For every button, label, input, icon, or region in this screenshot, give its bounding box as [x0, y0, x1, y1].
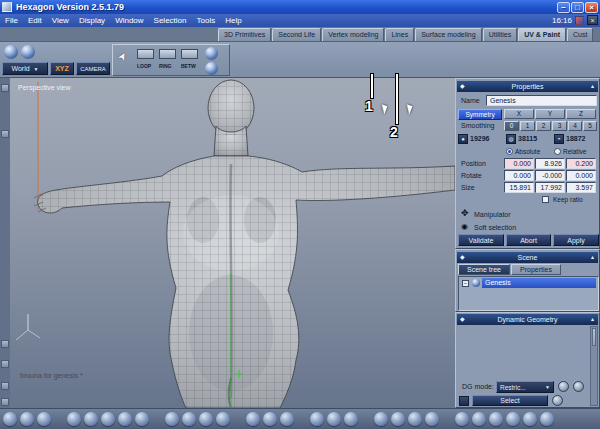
- position-z-field[interactable]: 0.200: [566, 158, 596, 169]
- select-knob-icon[interactable]: [552, 395, 563, 406]
- position-x-field[interactable]: 0.000: [504, 158, 534, 169]
- select-button[interactable]: Select: [472, 395, 548, 406]
- scene-tree[interactable]: − Genesis: [458, 276, 599, 311]
- scene-header[interactable]: ◆ Scene ▴: [457, 252, 598, 263]
- bottom-tool-icon[interactable]: [327, 412, 341, 426]
- soft-selection-icon[interactable]: ◉: [461, 222, 468, 231]
- relative-radio-icon[interactable]: [554, 148, 561, 155]
- edge-count-icon[interactable]: ◍: [506, 134, 516, 144]
- bottom-tool-icon[interactable]: [246, 412, 260, 426]
- position-y-field[interactable]: 8.926: [535, 158, 565, 169]
- apply-button[interactable]: Apply: [553, 234, 599, 246]
- tab-lines[interactable]: Lines: [385, 28, 414, 41]
- name-field[interactable]: Genesis: [486, 95, 597, 106]
- bottom-tool-icon[interactable]: [425, 412, 439, 426]
- left-strip-icon[interactable]: [1, 398, 9, 406]
- menu-help[interactable]: Help: [220, 14, 246, 27]
- collapse-icon[interactable]: ▴: [591, 252, 595, 263]
- rotate-y-field[interactable]: -0.000: [535, 170, 565, 181]
- bottom-tool-icon[interactable]: [182, 412, 196, 426]
- dg-lock-icon[interactable]: [459, 396, 469, 406]
- camera-button[interactable]: CAMERA: [76, 62, 110, 75]
- dg-knob-icon[interactable]: [558, 381, 569, 392]
- tab-surface-modeling[interactable]: Surface modeling: [415, 28, 481, 41]
- bottom-tool-icon[interactable]: [216, 412, 230, 426]
- smoothing-4[interactable]: 4: [568, 121, 582, 131]
- bottom-tool-icon[interactable]: [391, 412, 405, 426]
- tree-item-genesis[interactable]: Genesis: [482, 278, 596, 288]
- left-strip-icon[interactable]: [1, 84, 9, 92]
- axis-header-x[interactable]: X: [504, 109, 534, 119]
- absolute-radio[interactable]: Absolute: [506, 148, 540, 155]
- wireframe-mode-icon[interactable]: [205, 62, 218, 75]
- bottom-tool-icon[interactable]: [135, 412, 149, 426]
- bottom-tool-icon[interactable]: [67, 412, 81, 426]
- keep-ratio-checkbox[interactable]: [542, 196, 549, 203]
- ring-tool-icon[interactable]: [159, 49, 176, 59]
- size-x-field[interactable]: 15.891: [504, 182, 534, 193]
- bottom-tool-icon[interactable]: [20, 412, 34, 426]
- tab-uv-paint[interactable]: UV & Paint: [518, 28, 566, 41]
- menu-tools[interactable]: Tools: [192, 14, 221, 27]
- shaded-mode-icon[interactable]: [205, 47, 218, 60]
- rotate-x-field[interactable]: 0.000: [504, 170, 534, 181]
- size-y-field[interactable]: 17.992: [535, 182, 565, 193]
- tab-3d-primitives[interactable]: 3D Primitives: [218, 28, 271, 41]
- smoothing-5[interactable]: 5: [583, 121, 597, 131]
- collapse-icon[interactable]: ▴: [591, 81, 595, 92]
- abort-button[interactable]: Abort: [506, 234, 551, 246]
- bottom-tool-icon[interactable]: [3, 412, 17, 426]
- dg-knob2-icon[interactable]: [573, 381, 584, 392]
- relative-radio[interactable]: Relative: [554, 148, 586, 155]
- left-strip-icon[interactable]: [1, 360, 9, 368]
- bottom-tool-icon[interactable]: [489, 412, 503, 426]
- world-dropdown[interactable]: World ▼: [2, 62, 48, 75]
- bottom-tool-icon[interactable]: [199, 412, 213, 426]
- bottom-tool-icon[interactable]: [118, 412, 132, 426]
- bottom-tool-icon[interactable]: [344, 412, 358, 426]
- bottom-tool-icon[interactable]: [310, 412, 324, 426]
- manipulator-icon[interactable]: ✥: [461, 208, 469, 218]
- symmetry-button[interactable]: Symmetry: [458, 109, 502, 120]
- smoothing-2[interactable]: 2: [536, 121, 551, 131]
- bottom-tool-icon[interactable]: [101, 412, 115, 426]
- bottom-tool-icon[interactable]: [455, 412, 469, 426]
- maximize-button[interactable]: □: [571, 2, 584, 13]
- loop-tool-icon[interactable]: [137, 49, 154, 59]
- tree-expander-icon[interactable]: −: [462, 280, 469, 287]
- properties-header[interactable]: ◆ Properties ▴: [457, 81, 598, 92]
- bottom-tool-icon[interactable]: [408, 412, 422, 426]
- dg-scrollbar[interactable]: [590, 326, 598, 406]
- tab-utilities[interactable]: Utilities: [483, 28, 518, 41]
- perspective-viewport[interactable]: Perspective view bruuna for genesis *: [10, 78, 455, 408]
- absolute-radio-icon[interactable]: [506, 148, 513, 155]
- bottom-tool-icon[interactable]: [280, 412, 294, 426]
- collapse-icon[interactable]: ▴: [591, 314, 595, 325]
- bottom-tool-icon[interactable]: [523, 412, 537, 426]
- menu-display[interactable]: Display: [74, 14, 110, 27]
- menu-selection[interactable]: Selection: [149, 14, 192, 27]
- globe-icon[interactable]: [4, 45, 18, 59]
- bottom-tool-icon[interactable]: [263, 412, 277, 426]
- vertex-count-icon[interactable]: ●: [458, 134, 468, 144]
- bottom-tool-icon[interactable]: [84, 412, 98, 426]
- minimize-button[interactable]: −: [557, 2, 570, 13]
- select-cursor-icon[interactable]: ➤: [115, 49, 131, 63]
- xyz-axis-button[interactable]: XYZ: [50, 62, 74, 75]
- tab-scene-properties[interactable]: Properties: [511, 264, 561, 275]
- menu-view[interactable]: View: [47, 14, 74, 27]
- left-strip-icon[interactable]: [1, 382, 9, 390]
- menu-file[interactable]: File: [0, 14, 23, 27]
- face-count-icon[interactable]: ◓: [554, 134, 564, 144]
- smoothing-0[interactable]: 0: [504, 121, 519, 131]
- menu-window[interactable]: Window: [110, 14, 148, 27]
- tab-second-life[interactable]: Second Life: [272, 28, 321, 41]
- dg-scrollbar-thumb[interactable]: [592, 328, 596, 346]
- left-strip-icon[interactable]: [1, 130, 9, 138]
- menu-edit[interactable]: Edit: [23, 14, 47, 27]
- bottom-tool-icon[interactable]: [165, 412, 179, 426]
- bottom-tool-icon[interactable]: [374, 412, 388, 426]
- validate-button[interactable]: Validate: [458, 234, 504, 246]
- title-bar[interactable]: Hexagon Version 2.5.1.79 − □ ×: [0, 0, 600, 14]
- dynamic-geometry-header[interactable]: ◆ Dynamic Geometry ▴: [457, 314, 598, 325]
